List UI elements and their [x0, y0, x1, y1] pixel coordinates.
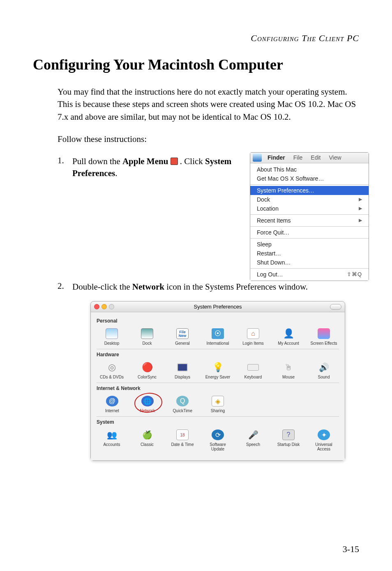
- pref-cds-dvds[interactable]: ◎CDs & DVDs: [97, 362, 127, 379]
- menu-shutdown-label: Shut Down…: [257, 259, 291, 266]
- pref-accounts[interactable]: 👥Accounts: [97, 429, 127, 451]
- apple-menubar: Finder File Edit View: [250, 153, 369, 163]
- menubar-finder[interactable]: Finder: [263, 154, 289, 161]
- speech-icon: 🎤: [247, 429, 259, 440]
- menu-shutdown[interactable]: Shut Down…: [250, 258, 369, 267]
- menubar-edit[interactable]: Edit: [307, 154, 325, 161]
- pref-network-label: Network: [140, 409, 155, 413]
- mouse-icon: 🖱: [282, 362, 295, 373]
- section-system: System: [97, 419, 339, 425]
- login-items-icon: ⌂: [247, 328, 259, 339]
- my-account-icon: 👤: [282, 328, 295, 339]
- pref-general-label: General: [175, 341, 190, 346]
- minimize-button[interactable]: [101, 304, 107, 309]
- pref-universal-access-label: Universal Access: [309, 442, 339, 451]
- startup-disk-icon: ?: [282, 429, 295, 440]
- pref-classic[interactable]: 🍏Classic: [132, 429, 162, 451]
- software-update-icon: ⟳: [212, 429, 224, 440]
- pref-colorsync[interactable]: 🔴ColorSync: [132, 362, 162, 379]
- row-personal: Desktop Dock FileNewGeneral ⦿Internation…: [97, 325, 339, 349]
- menu-logout-shortcut: ⇧⌘Q: [347, 271, 362, 277]
- menu-system-preferences[interactable]: System Preferences…: [250, 186, 369, 195]
- menubar-view[interactable]: View: [325, 154, 345, 161]
- desktop-icon: [106, 328, 118, 339]
- apple-logo-icon[interactable]: [253, 153, 262, 162]
- pref-internet-label: Internet: [105, 409, 119, 413]
- pref-login-items[interactable]: ⌂Login Items: [238, 328, 268, 346]
- pref-dock[interactable]: Dock: [132, 328, 162, 346]
- universal-access-icon: ✦: [318, 429, 330, 440]
- menu-sleep[interactable]: Sleep: [250, 240, 369, 249]
- menu-sleep-label: Sleep: [257, 241, 272, 248]
- displays-icon: [177, 363, 188, 371]
- menu-get-software-label: Get Mac OS X Software…: [257, 175, 324, 182]
- sharing-icon: ◈: [212, 396, 224, 406]
- pref-speech[interactable]: 🎤Speech: [238, 429, 268, 451]
- menu-dock-label: Dock: [257, 196, 270, 203]
- menu-logout[interactable]: Log Out…⇧⌘Q: [250, 270, 369, 279]
- keyboard-icon: [247, 364, 259, 371]
- menu-location-label: Location: [257, 205, 279, 212]
- pref-general[interactable]: FileNewGeneral: [167, 328, 198, 346]
- syspref-title: System Preferences: [91, 304, 345, 310]
- accounts-icon: 👥: [106, 429, 118, 440]
- close-button[interactable]: [94, 304, 99, 309]
- running-header: Configuring The Client PC: [33, 33, 359, 44]
- pref-internet[interactable]: @Internet: [97, 395, 128, 413]
- menu-dock[interactable]: Dock▶: [250, 195, 369, 204]
- menu-separator: [250, 226, 369, 227]
- menu-system-preferences-label: System Preferences…: [257, 187, 314, 194]
- pref-universal-access[interactable]: ✦Universal Access: [309, 429, 339, 451]
- pref-sharing[interactable]: ◈Sharing: [202, 395, 233, 413]
- toolbar-pill-button[interactable]: [330, 304, 341, 310]
- pref-desktop[interactable]: Desktop: [97, 328, 127, 346]
- submenu-arrow-icon: ▶: [359, 197, 362, 202]
- menu-force-quit[interactable]: Force Quit…: [250, 228, 369, 237]
- pref-international-label: International: [206, 341, 229, 346]
- apple-glyph-icon: [171, 158, 178, 165]
- step-2-a: Double-click the: [72, 282, 132, 292]
- pref-sound[interactable]: 🔊Sound: [309, 362, 339, 379]
- pref-energy-saver[interactable]: 💡Energy Saver: [203, 362, 233, 379]
- row-hardware: ◎CDs & DVDs 🔴ColorSync Displays 💡Energy …: [97, 359, 339, 383]
- general-icon: FileNew: [176, 328, 189, 339]
- row-internet-network: @Internet 🌐 Network QQuickTime ◈Sharing: [97, 393, 339, 417]
- pref-screen-effects[interactable]: Screen Effects: [309, 328, 339, 346]
- dock-icon: [141, 328, 153, 339]
- menu-restart[interactable]: Restart…: [250, 249, 369, 258]
- section-hardware: Hardware: [97, 352, 339, 357]
- submenu-arrow-icon: ▶: [359, 206, 362, 211]
- syspref-body: Personal Desktop Dock FileNewGeneral ⦿In…: [91, 312, 345, 460]
- menu-location[interactable]: Location▶: [250, 204, 369, 213]
- syspref-titlebar[interactable]: System Preferences: [91, 302, 345, 312]
- menubar-file[interactable]: File: [289, 154, 307, 161]
- pref-displays[interactable]: Displays: [167, 362, 198, 379]
- screen-effects-icon: [318, 328, 330, 339]
- apple-menu-body: About This Mac Get Mac OS X Software… Sy…: [250, 163, 369, 281]
- pref-date-time[interactable]: 18Date & Time: [167, 429, 198, 451]
- menu-recent-items-label: Recent Items: [257, 217, 291, 224]
- pref-energy-label: Energy Saver: [205, 375, 231, 379]
- system-preferences-window: System Preferences Personal Desktop Dock…: [90, 301, 345, 461]
- menu-separator: [250, 184, 369, 185]
- menu-about-mac[interactable]: About This Mac: [250, 165, 369, 174]
- pref-mouse[interactable]: 🖱Mouse: [273, 362, 304, 379]
- zoom-button[interactable]: [109, 304, 114, 309]
- pref-accounts-label: Accounts: [103, 442, 120, 447]
- pref-my-account[interactable]: 👤My Account: [273, 328, 304, 346]
- menu-restart-label: Restart…: [257, 250, 281, 257]
- classic-icon: 🍏: [141, 429, 153, 440]
- pref-network[interactable]: 🌐 Network: [132, 395, 163, 413]
- menu-recent-items[interactable]: Recent Items▶: [250, 216, 369, 225]
- pref-quicktime[interactable]: QQuickTime: [167, 395, 198, 413]
- pref-keyboard[interactable]: Keyboard: [238, 362, 268, 379]
- step-1-e: .: [115, 168, 117, 178]
- pref-dock-label: Dock: [143, 341, 152, 346]
- section-internet-network: Internet & Network: [97, 385, 339, 391]
- row-system: 👥Accounts 🍏Classic 18Date & Time ⟳Softwa…: [97, 427, 339, 455]
- step-1-number: 1.: [58, 156, 72, 180]
- menu-get-software[interactable]: Get Mac OS X Software…: [250, 174, 369, 183]
- pref-international[interactable]: ⦿International: [203, 328, 233, 346]
- pref-software-update[interactable]: ⟳Software Update: [203, 429, 233, 451]
- pref-startup-disk[interactable]: ?Startup Disk: [273, 429, 304, 451]
